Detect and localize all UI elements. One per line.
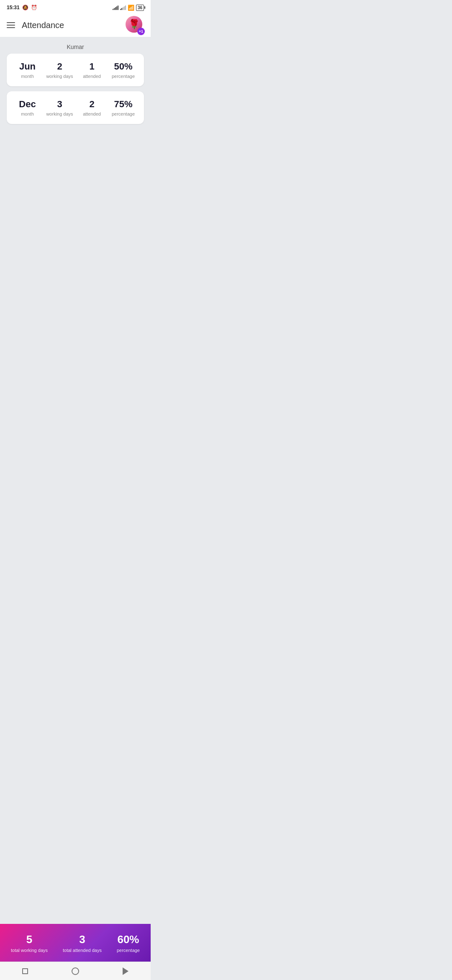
jun-working-days-label: working days bbox=[46, 74, 73, 79]
attendance-card-dec: Dec month 3 working days 2 attended 75% … bbox=[7, 91, 144, 124]
wifi-icon: 📶 bbox=[128, 5, 134, 11]
hamburger-menu-button[interactable] bbox=[7, 22, 15, 28]
card-col-percentage-jun: 50% percentage bbox=[110, 61, 136, 79]
jun-attended-value: 1 bbox=[89, 61, 94, 72]
alarm-icon: ⏰ bbox=[31, 5, 37, 10]
status-icons-section: 📶 36 bbox=[113, 5, 144, 11]
signal-strength-2-icon bbox=[120, 5, 126, 10]
signal-strength-1-icon bbox=[113, 5, 118, 10]
jun-month-value: Jun bbox=[19, 61, 36, 72]
card-row-jun: Jun month 2 working days 1 attended 50% … bbox=[12, 61, 139, 79]
status-bar: 15:31 🔕 ⏰ 📶 36 bbox=[0, 0, 151, 13]
time-display: 15:31 bbox=[7, 5, 20, 10]
avatar-container[interactable]: 🌹 +1 bbox=[126, 16, 144, 34]
card-col-working-dec: 3 working days bbox=[46, 99, 73, 116]
card-col-percentage-dec: 75% percentage bbox=[110, 99, 136, 116]
mute-icon: 🔕 bbox=[22, 5, 28, 10]
jun-attended-label: attended bbox=[83, 74, 101, 79]
app-header: Attendance 🌹 +1 bbox=[0, 13, 151, 37]
dec-working-days-value: 3 bbox=[57, 99, 62, 110]
dec-month-label: month bbox=[21, 111, 34, 116]
dec-percentage-label: percentage bbox=[112, 111, 135, 116]
jun-percentage-label: percentage bbox=[112, 74, 135, 79]
dec-month-value: Dec bbox=[19, 99, 36, 110]
student-name: Kumar bbox=[7, 40, 144, 54]
main-content: Kumar Jun month 2 working days 1 attende… bbox=[0, 37, 151, 132]
dec-working-days-label: working days bbox=[46, 111, 73, 116]
card-col-month-jun: Jun month bbox=[15, 61, 40, 79]
card-col-attended-jun: 1 attended bbox=[80, 61, 105, 79]
card-row-dec: Dec month 3 working days 2 attended 75% … bbox=[12, 99, 139, 116]
jun-month-label: month bbox=[21, 74, 34, 79]
dec-attended-label: attended bbox=[83, 111, 101, 116]
battery-icon: 36 bbox=[136, 5, 144, 11]
avatar-image: 🌹 bbox=[128, 19, 140, 30]
dec-percentage-value: 75% bbox=[114, 99, 132, 110]
card-col-month-dec: Dec month bbox=[15, 99, 40, 116]
attendance-card-jun: Jun month 2 working days 1 attended 50% … bbox=[7, 54, 144, 86]
jun-percentage-value: 50% bbox=[114, 61, 132, 72]
avatar-badge: +1 bbox=[137, 28, 145, 35]
card-col-attended-dec: 2 attended bbox=[80, 99, 105, 116]
jun-working-days-value: 2 bbox=[57, 61, 62, 72]
header-left: Attendance bbox=[7, 21, 64, 30]
dec-attended-value: 2 bbox=[89, 99, 94, 110]
status-time-section: 15:31 🔕 ⏰ bbox=[7, 5, 37, 10]
card-col-working-jun: 2 working days bbox=[46, 61, 73, 79]
page-title: Attendance bbox=[22, 21, 64, 30]
